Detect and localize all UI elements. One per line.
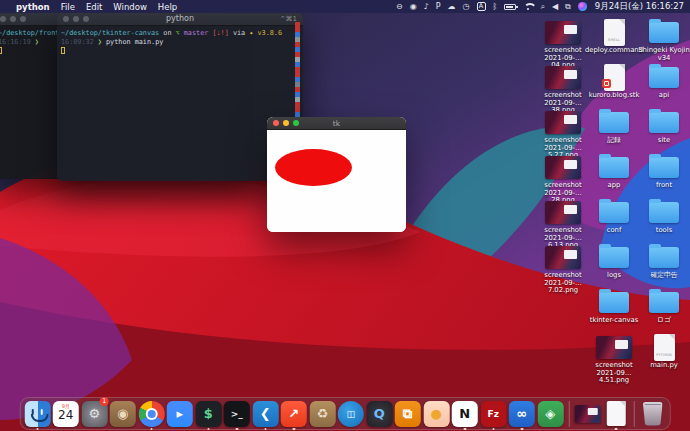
shingeki-folder[interactable]: Shingeki Kyojinv34	[635, 19, 690, 62]
screenshot-file[interactable]: screenshot2021-09-…6.13.png	[534, 199, 592, 250]
folder-icon	[599, 292, 629, 313]
dock-chrome-icon[interactable]	[138, 399, 165, 428]
dock-sticky-note-app-icon[interactable]: ●	[423, 399, 450, 428]
icon-label: 確定申告	[635, 272, 690, 280]
image-thumbnail-icon	[545, 111, 581, 134]
folder-icon	[599, 202, 629, 223]
screenshot-file[interactable]: screenshot2021-09-…5.27.png	[534, 109, 592, 160]
dnd-icon[interactable]: ⊖	[396, 0, 403, 13]
audio-icon[interactable]: ♪	[424, 0, 429, 13]
bluetooth-icon[interactable]: ᛒ	[493, 0, 498, 13]
main-py-file[interactable]: PYTHONmain.py	[635, 334, 690, 370]
battery-icon[interactable]	[504, 4, 516, 10]
api-folder[interactable]: api	[635, 64, 690, 100]
document-icon: PYTHON	[654, 334, 675, 361]
menu-file[interactable]: File	[61, 2, 75, 12]
menu-window[interactable]: Window	[113, 2, 147, 12]
menu-bar-clock[interactable]: 9月24日(金) 16:16:27	[595, 1, 684, 13]
kakutei-folder[interactable]: 確定申告	[635, 244, 690, 280]
menu-help[interactable]: Help	[158, 2, 177, 12]
image-thumbnail-icon	[545, 201, 581, 224]
running-indicator	[36, 428, 39, 431]
dock-trend-chart-app-icon[interactable]: ↗	[280, 399, 307, 428]
tk-window[interactable]: tk	[267, 117, 406, 232]
active-app-name[interactable]: python	[16, 2, 50, 12]
wifi-icon[interactable]	[523, 3, 533, 11]
icon-label: api	[635, 92, 690, 100]
screenshot-file[interactable]: screenshot2021-09-…38.png	[534, 64, 592, 115]
tk-titlebar[interactable]: tk	[267, 117, 406, 130]
dock-zoom-icon[interactable]: ▸	[166, 399, 193, 428]
record-icon[interactable]: ◉	[410, 0, 417, 13]
image-thumbnail-icon	[545, 21, 581, 44]
screenshot-file[interactable]: screenshot2021-09-…7.02.png	[534, 244, 592, 295]
tools-folder[interactable]: tools	[635, 199, 690, 235]
front-folder[interactable]: front	[635, 154, 690, 190]
folder-icon	[649, 157, 679, 178]
dock-finder-icon[interactable]	[24, 399, 51, 428]
folder-icon	[649, 112, 679, 133]
screenshot-file[interactable]: screenshot2021-09-…28.png	[534, 154, 592, 205]
folder-icon	[649, 247, 679, 268]
running-indicator	[521, 428, 524, 431]
cloud-icon[interactable]: ☁	[448, 0, 456, 13]
siri-icon[interactable]	[578, 2, 587, 11]
image-thumbnail-icon	[596, 336, 632, 359]
menu-edit[interactable]: Edit	[86, 2, 102, 12]
icon-label: main.py	[635, 362, 690, 370]
dock-appcleaner-icon[interactable]: ♻	[309, 399, 336, 428]
dock-notion-icon[interactable]: N	[451, 399, 478, 428]
terminal-title: python	[57, 14, 303, 23]
input-method-icon[interactable]: A	[477, 2, 486, 11]
running-indicator	[264, 428, 267, 431]
image-thumbnail-icon	[545, 66, 581, 89]
dock-contacts-icon[interactable]: ◉	[109, 399, 136, 428]
image-thumbnail-icon	[545, 246, 581, 269]
dock-filezilla-icon[interactable]: Fz	[480, 399, 507, 428]
dock-minimized-document-icon[interactable]	[602, 399, 629, 428]
zoom-button[interactable]	[20, 16, 26, 22]
desktop: python FileEditWindowHelp ⊖◉♪P☁◷Aᛒ⌕◀⧉ 9月…	[0, 0, 690, 431]
close-button[interactable]	[0, 16, 6, 22]
display-icon[interactable]: ⧉	[565, 0, 571, 13]
dock-iterm-icon[interactable]: $	[195, 399, 222, 428]
dock-terminal-icon[interactable]: >_	[223, 399, 250, 428]
folder-icon	[599, 247, 629, 268]
running-indicator	[207, 428, 210, 431]
clock-icon[interactable]: ◷	[463, 0, 470, 13]
logo-folder[interactable]: ロゴ	[635, 289, 690, 325]
volume-icon[interactable]: ◀	[552, 0, 558, 13]
running-indicator	[293, 428, 296, 431]
document-icon: SHELL	[604, 19, 625, 46]
dock-drawio-icon[interactable]: ⧉	[394, 399, 421, 428]
terminal-front-content: ~/desktop/tkinter-canvas on ⌥ master [⇣!…	[57, 26, 303, 58]
dock-vscode-icon[interactable]: ❮	[252, 399, 279, 428]
dock-minimized-window-icon[interactable]	[574, 399, 601, 428]
screenshot-file[interactable]: screenshot2021-09-…04.png	[534, 19, 592, 70]
running-indicator	[615, 428, 618, 431]
spotlight-icon[interactable]: ⌕	[540, 0, 544, 13]
running-indicator	[464, 428, 467, 431]
folder-icon	[649, 202, 679, 223]
dock-infinity-app-icon[interactable]: ∞	[508, 399, 535, 428]
dock-green-diamond-app-icon[interactable]: ◈	[537, 399, 564, 428]
icon-label: front	[635, 182, 690, 190]
icon-label: Shingeki Kyojinv34	[635, 47, 690, 62]
running-indicator	[492, 428, 495, 431]
menu-bar: python FileEditWindowHelp ⊖◉♪P☁◷Aᛒ⌕◀⧉ 9月…	[0, 0, 690, 13]
image-thumbnail-icon	[545, 156, 581, 179]
dock-calendar-icon[interactable]: 9月24	[52, 399, 79, 428]
dock: 9月24⚙1◉▸$>_❮↗♻◫Q⧉●NFz∞◈	[20, 397, 671, 430]
dock-system-preferences-icon[interactable]: ⚙1	[81, 399, 108, 428]
dock-docker-icon[interactable]: ◫	[337, 399, 364, 428]
dock-quicktime-icon[interactable]: Q	[366, 399, 393, 428]
site-folder[interactable]: site	[635, 109, 690, 145]
minimize-button[interactable]	[10, 16, 16, 22]
dock-trash-icon[interactable]	[639, 399, 666, 428]
red-ellipse	[275, 149, 352, 186]
tk-canvas[interactable]	[267, 130, 406, 232]
tk-window-title: tk	[267, 119, 406, 128]
folder-icon	[649, 67, 679, 88]
terminal-front-titlebar[interactable]: python ⌃⌘1	[57, 12, 303, 26]
pin-icon[interactable]: P	[436, 0, 441, 13]
